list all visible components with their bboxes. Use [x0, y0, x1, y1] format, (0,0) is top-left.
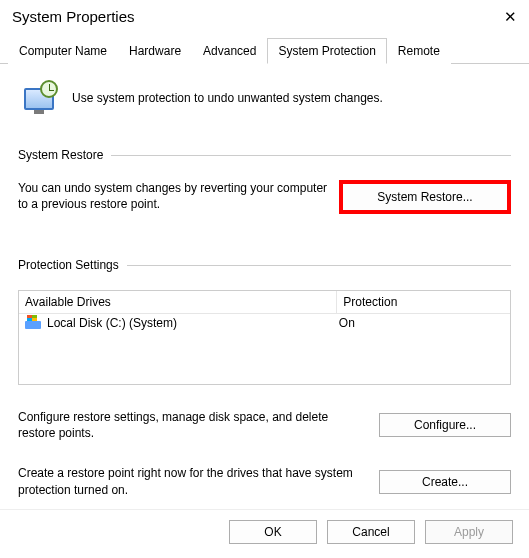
cancel-button[interactable]: Cancel	[327, 520, 415, 544]
column-protection: Protection	[337, 291, 510, 313]
create-text: Create a restore point right now for the…	[18, 465, 367, 497]
drive-protection: On	[339, 316, 504, 330]
ok-button[interactable]: OK	[229, 520, 317, 544]
section-heading: System Restore	[18, 148, 103, 162]
divider	[111, 155, 511, 156]
column-available-drives: Available Drives	[19, 291, 337, 313]
titlebar: System Properties ✕	[0, 0, 529, 29]
system-restore-button[interactable]: System Restore...	[339, 180, 511, 214]
tab-hardware[interactable]: Hardware	[118, 38, 192, 64]
dialog-footer: OK Cancel Apply	[0, 509, 529, 558]
table-row[interactable]: Local Disk (C:) (System) On	[19, 314, 510, 332]
tab-computer-name[interactable]: Computer Name	[8, 38, 118, 64]
intro-text: Use system protection to undo unwanted s…	[72, 91, 383, 105]
tab-remote[interactable]: Remote	[387, 38, 451, 64]
divider	[127, 265, 511, 266]
create-row: Create a restore point right now for the…	[18, 465, 511, 497]
create-button[interactable]: Create...	[379, 470, 511, 494]
intro-row: Use system protection to undo unwanted s…	[18, 76, 511, 124]
restore-row: You can undo system changes by reverting…	[18, 180, 511, 214]
configure-text: Configure restore settings, manage disk …	[18, 409, 367, 441]
section-system-restore: System Restore	[18, 148, 511, 162]
section-heading: Protection Settings	[18, 258, 119, 272]
system-properties-window: System Properties ✕ Computer Name Hardwa…	[0, 0, 529, 558]
drives-rows: Local Disk (C:) (System) On	[19, 314, 510, 384]
tab-advanced[interactable]: Advanced	[192, 38, 267, 64]
configure-button[interactable]: Configure...	[379, 413, 511, 437]
configure-row: Configure restore settings, manage disk …	[18, 409, 511, 441]
apply-button[interactable]: Apply	[425, 520, 513, 544]
tab-system-protection[interactable]: System Protection	[267, 38, 386, 64]
window-title: System Properties	[12, 8, 135, 25]
close-icon[interactable]: ✕	[503, 10, 517, 24]
section-protection-settings: Protection Settings	[18, 258, 511, 272]
system-protection-icon	[22, 80, 58, 116]
drives-list[interactable]: Available Drives Protection Local Disk (…	[18, 290, 511, 385]
drive-icon	[25, 317, 41, 329]
drive-name: Local Disk (C:) (System)	[47, 316, 177, 330]
tab-strip: Computer Name Hardware Advanced System P…	[0, 37, 529, 64]
drives-header: Available Drives Protection	[19, 291, 510, 314]
tab-body: Use system protection to undo unwanted s…	[0, 64, 529, 509]
restore-description: You can undo system changes by reverting…	[18, 180, 329, 212]
